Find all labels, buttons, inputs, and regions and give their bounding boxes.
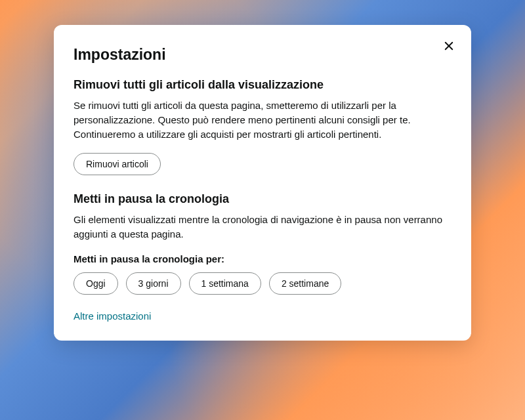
remove-section-heading: Rimuovi tutti gli articoli dalla visuali… <box>74 78 452 92</box>
pause-option-today[interactable]: Oggi <box>74 272 118 295</box>
pause-duration-label: Metti in pausa la cronologia per: <box>74 253 452 264</box>
pause-section-text: Gli elementi visualizzati mentre la cron… <box>74 213 452 242</box>
close-icon <box>443 40 455 52</box>
remove-articles-button[interactable]: Rimuovi articoli <box>74 153 161 175</box>
close-button[interactable] <box>441 38 457 54</box>
pause-option-2weeks[interactable]: 2 settimane <box>269 272 341 295</box>
settings-modal: Impostazioni Rimuovi tutti gli articoli … <box>54 25 471 341</box>
pause-options-row: Oggi 3 giorni 1 settimana 2 settimane <box>74 272 452 295</box>
remove-section-text: Se rimuovi tutti gli articoli da questa … <box>74 98 452 141</box>
pause-option-3days[interactable]: 3 giorni <box>126 272 181 295</box>
pause-option-1week[interactable]: 1 settimana <box>189 272 261 295</box>
modal-title: Impostazioni <box>74 46 452 64</box>
more-settings-link[interactable]: Altre impostazioni <box>74 310 151 322</box>
pause-section-heading: Metti in pausa la cronologia <box>74 192 452 206</box>
